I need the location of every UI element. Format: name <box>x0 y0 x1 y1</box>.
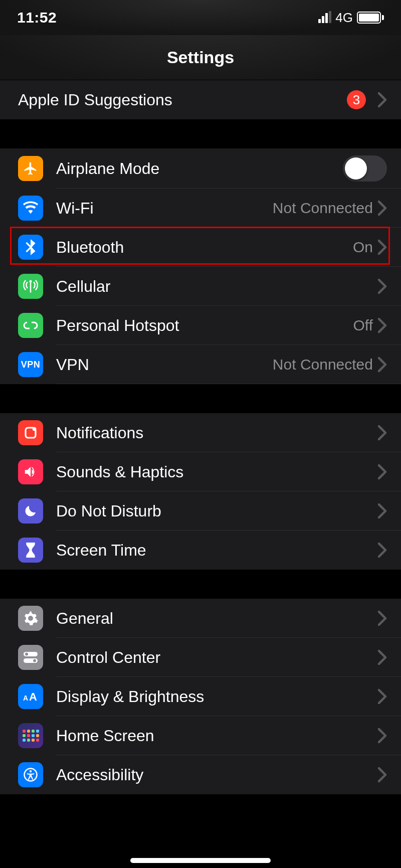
row-apple-id-suggestions[interactable]: Apple ID Suggestions 3 <box>0 80 401 119</box>
badge-count: 3 <box>347 90 366 109</box>
toggles-icon <box>18 645 43 670</box>
row-label: Wi-Fi <box>56 199 273 218</box>
moon-icon <box>18 498 43 524</box>
row-notifications[interactable]: Notifications <box>0 413 401 452</box>
airplane-mode-switch[interactable] <box>343 155 387 182</box>
row-do-not-disturb[interactable]: Do Not Disturb <box>0 491 401 531</box>
chevron-right-icon <box>378 92 387 107</box>
home-screen-icon <box>18 723 43 748</box>
chevron-right-icon <box>378 425 387 440</box>
row-label: VPN <box>56 356 273 374</box>
chevron-right-icon <box>378 357 387 372</box>
bluetooth-icon <box>18 235 43 260</box>
row-label: Sounds & Haptics <box>56 463 378 481</box>
row-bluetooth[interactable]: Bluetooth On <box>0 228 401 267</box>
chevron-right-icon <box>378 464 387 479</box>
row-label: Display & Brightness <box>56 687 378 706</box>
page-title: Settings <box>167 48 234 67</box>
network-type-label: 4G <box>335 10 353 26</box>
row-value: Off <box>353 317 373 334</box>
cellular-signal-icon <box>318 12 331 23</box>
row-label: Accessibility <box>56 766 378 784</box>
row-home-screen[interactable]: Home Screen <box>0 716 401 755</box>
airplane-icon <box>18 156 43 181</box>
battery-icon <box>357 12 384 24</box>
text-size-icon: AA <box>18 684 43 709</box>
section-connectivity: Airplane Mode Wi-Fi Not Connected Blueto… <box>0 148 401 384</box>
row-label: Do Not Disturb <box>56 502 378 520</box>
home-indicator[interactable] <box>130 858 271 863</box>
row-label: Personal Hotspot <box>56 316 353 335</box>
chevron-right-icon <box>378 279 387 294</box>
sounds-icon <box>18 459 43 484</box>
chevron-right-icon <box>378 611 387 626</box>
row-screen-time[interactable]: Screen Time <box>0 531 401 570</box>
row-vpn[interactable]: VPN VPN Not Connected <box>0 345 401 384</box>
row-general[interactable]: General <box>0 599 401 638</box>
row-label: Notifications <box>56 424 378 442</box>
row-label: Cellular <box>56 277 378 296</box>
status-time: 11:52 <box>17 9 57 26</box>
row-cellular[interactable]: Cellular <box>0 267 401 306</box>
section-general: General Control Center AA Display & Brig… <box>0 599 401 794</box>
svg-point-9 <box>30 770 32 773</box>
section-apple-id: Apple ID Suggestions 3 <box>0 80 401 119</box>
status-bar: 11:52 4G <box>0 0 401 35</box>
row-label: Control Center <box>56 648 378 667</box>
svg-point-3 <box>25 653 28 656</box>
chevron-right-icon <box>378 728 387 743</box>
svg-text:A: A <box>23 694 28 702</box>
chevron-right-icon <box>378 767 387 782</box>
svg-point-5 <box>33 659 36 662</box>
row-value: Not Connected <box>273 200 373 217</box>
vpn-icon: VPN <box>18 352 43 377</box>
wifi-icon <box>18 196 43 221</box>
chevron-right-icon <box>378 650 387 665</box>
row-accessibility[interactable]: Accessibility <box>0 755 401 794</box>
status-indicators: 4G <box>318 10 384 26</box>
row-personal-hotspot[interactable]: Personal Hotspot Off <box>0 306 401 345</box>
svg-text:A: A <box>29 690 37 703</box>
row-value: On <box>353 239 373 256</box>
row-control-center[interactable]: Control Center <box>0 638 401 677</box>
nav-header: Settings <box>0 35 401 80</box>
hourglass-icon <box>18 538 43 563</box>
row-label: General <box>56 609 378 628</box>
settings-screen: 11:52 4G Settings Apple ID Suggestions 3… <box>0 0 401 868</box>
row-display-brightness[interactable]: AA Display & Brightness <box>0 677 401 716</box>
section-alerts: Notifications Sounds & Haptics Do Not Di… <box>0 413 401 570</box>
svg-point-1 <box>33 427 37 431</box>
row-label: Screen Time <box>56 541 378 560</box>
accessibility-icon <box>18 762 43 787</box>
row-airplane-mode[interactable]: Airplane Mode <box>0 148 401 189</box>
row-sounds-haptics[interactable]: Sounds & Haptics <box>0 452 401 491</box>
row-wifi[interactable]: Wi-Fi Not Connected <box>0 189 401 228</box>
chevron-right-icon <box>378 201 387 216</box>
row-label: Apple ID Suggestions <box>18 91 347 109</box>
notifications-icon <box>18 420 43 445</box>
chevron-right-icon <box>378 240 387 255</box>
row-label: Bluetooth <box>56 238 353 257</box>
chevron-right-icon <box>378 689 387 704</box>
hotspot-icon <box>18 313 43 338</box>
cellular-icon <box>18 274 43 299</box>
row-label: Airplane Mode <box>56 159 343 178</box>
row-value: Not Connected <box>273 356 373 373</box>
chevron-right-icon <box>378 543 387 558</box>
row-label: Home Screen <box>56 727 378 745</box>
chevron-right-icon <box>378 503 387 518</box>
gear-icon <box>18 606 43 631</box>
chevron-right-icon <box>378 318 387 333</box>
